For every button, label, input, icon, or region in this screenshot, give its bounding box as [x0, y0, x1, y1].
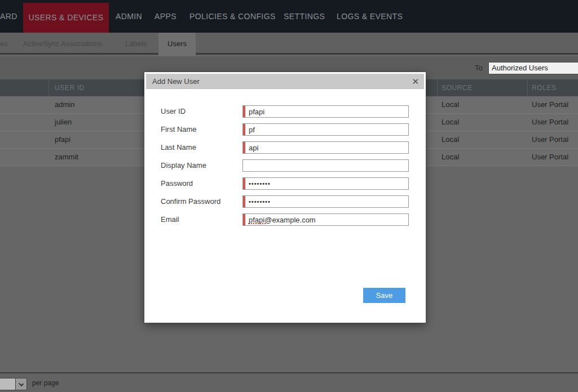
- chevron-down-icon: [19, 381, 24, 386]
- save-button[interactable]: Save: [363, 288, 405, 303]
- cell-source: Local: [442, 96, 459, 113]
- column-divider: [527, 79, 528, 96]
- display-name-label: Display Name: [161, 159, 242, 172]
- required-marker: [243, 196, 245, 207]
- add-new-user-dialog: Add New User ✕ User ID First Name Last N…: [144, 72, 426, 323]
- first-name-label: First Name: [161, 123, 242, 136]
- display-name-field[interactable]: [242, 159, 409, 172]
- tab-users[interactable]: Users: [158, 33, 196, 56]
- cell-user-id: zammit: [55, 149, 78, 166]
- required-marker: [243, 106, 245, 117]
- page-size-select[interactable]: [0, 378, 27, 390]
- confirm-password-label: Confirm Password: [161, 195, 242, 208]
- page-size-dropdown-button[interactable]: [15, 378, 27, 390]
- password-field[interactable]: [242, 177, 409, 190]
- nav-item-admin[interactable]: ADMIN: [116, 0, 142, 33]
- confirm-password-field[interactable]: [242, 195, 409, 208]
- required-marker: [243, 142, 245, 153]
- nav-item-apps[interactable]: APPS: [155, 0, 177, 33]
- pagination-bar: per page: [0, 372, 578, 392]
- nav-item-users-devices[interactable]: USERS & DEVICES: [23, 3, 109, 33]
- cell-source: Local: [442, 114, 459, 131]
- cell-source: Local: [442, 131, 459, 148]
- last-name-field[interactable]: [242, 141, 409, 154]
- dialog-body: User ID First Name Last Name: [146, 89, 424, 322]
- nav-item-dashboard-clipped[interactable]: ARD: [0, 0, 17, 33]
- cell-user-id: admin: [55, 96, 74, 113]
- required-marker: [243, 214, 245, 225]
- column-divider: [48, 79, 49, 96]
- column-divider: [437, 79, 438, 96]
- per-page-label: per page: [32, 373, 59, 392]
- cell-roles: User Portal: [532, 149, 568, 166]
- nav-item-settings[interactable]: SETTINGS: [284, 0, 325, 33]
- required-marker: [243, 178, 245, 189]
- close-icon[interactable]: ✕: [412, 74, 419, 89]
- to-label: To: [475, 56, 483, 79]
- nav-item-policies-configs[interactable]: POLICIES & CONFIGS: [189, 0, 276, 33]
- required-marker: [243, 124, 245, 135]
- app-window: ARD USERS & DEVICES ADMIN APPS POLICIES …: [0, 0, 578, 392]
- sub-tab-bar: es ActiveSync Associations Labels Users: [0, 33, 578, 55]
- dialog-title: Add New User: [152, 74, 200, 89]
- cell-roles: User Portal: [532, 96, 568, 113]
- to-target-select[interactable]: Authorized Users: [488, 62, 578, 74]
- last-name-label: Last Name: [161, 141, 242, 154]
- top-navigation: ARD USERS & DEVICES ADMIN APPS POLICIES …: [0, 0, 578, 33]
- user-id-label: User ID: [161, 105, 242, 118]
- cell-user-id: pfapi: [55, 131, 70, 148]
- tab-devices-clipped[interactable]: es: [0, 33, 8, 55]
- column-header-roles[interactable]: ROLES: [532, 79, 557, 96]
- user-id-field[interactable]: [242, 105, 409, 118]
- email-label: Email: [161, 213, 242, 226]
- column-header-source[interactable]: SOURCE: [442, 79, 473, 96]
- cell-user-id: julien: [55, 114, 72, 131]
- tab-labels[interactable]: Labels: [125, 33, 147, 55]
- cell-source: Local: [442, 149, 459, 166]
- email-field[interactable]: [242, 213, 409, 226]
- cell-roles: User Portal: [532, 114, 568, 131]
- password-label: Password: [161, 177, 242, 190]
- spellcheck-underline: [248, 223, 266, 224]
- cell-roles: User Portal: [532, 131, 568, 148]
- first-name-field[interactable]: [242, 123, 409, 136]
- dialog-header: Add New User ✕: [146, 74, 424, 89]
- nav-item-logs-events[interactable]: LOGS & EVENTS: [337, 0, 403, 33]
- column-header-user-id[interactable]: USER ID: [55, 79, 85, 96]
- tab-activesync-associations[interactable]: ActiveSync Associations: [23, 33, 102, 55]
